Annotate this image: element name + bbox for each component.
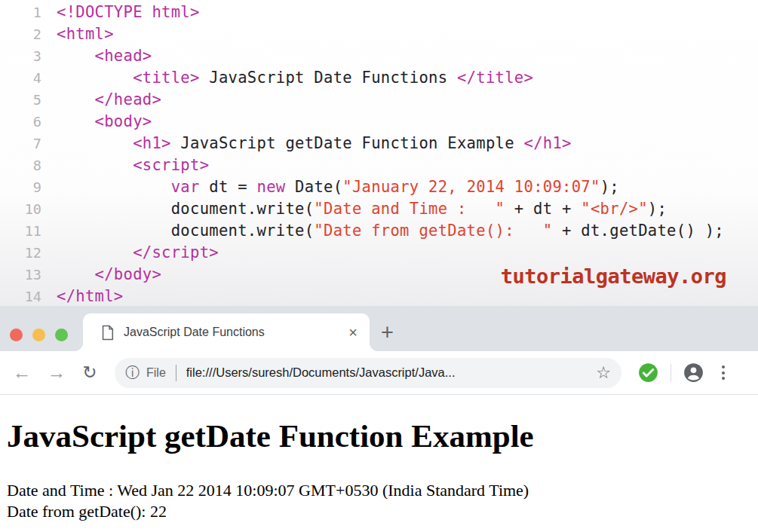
code-line: 3 <head> xyxy=(0,45,758,67)
code-line: 9 var dt = new Date("January 22, 2014 10… xyxy=(0,176,758,198)
code-content: <head> xyxy=(41,45,152,67)
code-editor-panel: 1<!DOCTYPE html>2<html>3 <head>4 <title>… xyxy=(0,0,758,306)
code-line: 1<!DOCTYPE html> xyxy=(0,2,758,23)
line-number: 3 xyxy=(0,45,41,67)
code-content: <script> xyxy=(41,154,209,176)
line-number: 5 xyxy=(0,89,41,111)
code-content: <!DOCTYPE html> xyxy=(41,2,200,23)
output-line-getdate: Date from getDate(): 22 xyxy=(7,501,751,522)
code-line: 8 <script> xyxy=(0,154,758,176)
browser-toolbar: ← → ↻ ⓘ File file:///Users/suresh/Docume… xyxy=(0,351,758,395)
profile-avatar-icon[interactable] xyxy=(683,362,704,383)
code-line: 2<html> xyxy=(0,23,758,45)
url-text[interactable]: file:///Users/suresh/Documents/Javascrip… xyxy=(186,365,588,380)
line-number: 2 xyxy=(0,23,41,45)
code-content: document.write("Date and Time : " + dt +… xyxy=(41,198,667,220)
back-icon[interactable]: ← xyxy=(11,363,33,382)
code-line: 6 <body> xyxy=(0,111,758,133)
page-heading: JavaScript getDate Function Example xyxy=(7,395,751,454)
line-number: 9 xyxy=(0,176,41,198)
code-content: <h1> JavaScript getDate Function Example… xyxy=(41,133,572,154)
line-number: 6 xyxy=(0,111,41,133)
output-line-datetime: Date and Time : Wed Jan 22 2014 10:09:07… xyxy=(7,480,751,501)
line-number: 8 xyxy=(0,154,41,176)
code-content: </body> xyxy=(41,264,161,286)
rendered-page: JavaScript getDate Function Example Date… xyxy=(0,395,758,532)
code-content: <html> xyxy=(41,23,114,45)
new-tab-button[interactable]: + xyxy=(381,322,394,344)
watermark-text: tutorialgateway.org xyxy=(501,265,726,287)
code-line: 10 document.write("Date and Time : " + d… xyxy=(0,198,758,220)
line-number: 11 xyxy=(0,220,41,242)
browser-tab-strip: JavaScript Date Functions × + xyxy=(0,306,758,351)
info-icon[interactable]: ⓘ xyxy=(125,363,140,383)
omnibox-divider xyxy=(176,365,176,381)
script-output: Date and Time : Wed Jan 22 2014 10:09:07… xyxy=(7,480,751,522)
code-line: 14</html> xyxy=(0,286,758,306)
code-content: </html> xyxy=(41,286,124,306)
line-number: 12 xyxy=(0,242,41,264)
code-line: 7 <h1> JavaScript getDate Function Examp… xyxy=(0,133,758,154)
code-content: document.write("Date from getDate(): " +… xyxy=(41,220,724,242)
code-content: var dt = new Date("January 22, 2014 10:0… xyxy=(41,176,619,198)
bookmark-star-icon[interactable]: ☆ xyxy=(596,365,611,381)
window-controls xyxy=(10,329,68,341)
line-number: 7 xyxy=(0,133,41,154)
window-zoom-button[interactable] xyxy=(55,329,68,341)
code-content: </head> xyxy=(41,89,161,111)
code-lines-container: 1<!DOCTYPE html>2<html>3 <head>4 <title>… xyxy=(0,2,758,306)
line-number: 14 xyxy=(0,286,41,306)
code-content: </script> xyxy=(41,242,219,264)
line-number: 1 xyxy=(0,2,41,23)
code-line: 11 document.write("Date from getDate(): … xyxy=(0,220,758,242)
code-line: 12 </script> xyxy=(0,242,758,264)
code-line: 5 </head> xyxy=(0,89,758,111)
url-scheme-label: File xyxy=(146,366,166,380)
reload-icon[interactable]: ↻ xyxy=(78,364,101,381)
address-bar[interactable]: ⓘ File file:///Users/suresh/Documents/Ja… xyxy=(115,358,621,388)
forward-icon[interactable]: → xyxy=(45,363,68,382)
browser-tab[interactable]: JavaScript Date Functions × xyxy=(83,313,370,351)
code-content: <body> xyxy=(41,111,152,133)
line-number: 4 xyxy=(0,67,41,89)
toolbar-divider xyxy=(671,364,671,382)
kebab-menu-icon[interactable] xyxy=(719,362,728,383)
window-minimize-button[interactable] xyxy=(32,329,45,341)
tab-title: JavaScript Date Functions xyxy=(124,326,345,339)
page-icon xyxy=(101,325,114,341)
line-number: 13 xyxy=(0,264,41,286)
code-line: 4 <title> JavaScript Date Functions </ti… xyxy=(0,67,758,89)
code-content: <title> JavaScript Date Functions </titl… xyxy=(41,67,533,89)
window-close-button[interactable] xyxy=(10,329,23,341)
tab-close-icon[interactable]: × xyxy=(345,323,361,341)
extension-check-icon[interactable] xyxy=(638,362,658,383)
line-number: 10 xyxy=(0,198,41,220)
